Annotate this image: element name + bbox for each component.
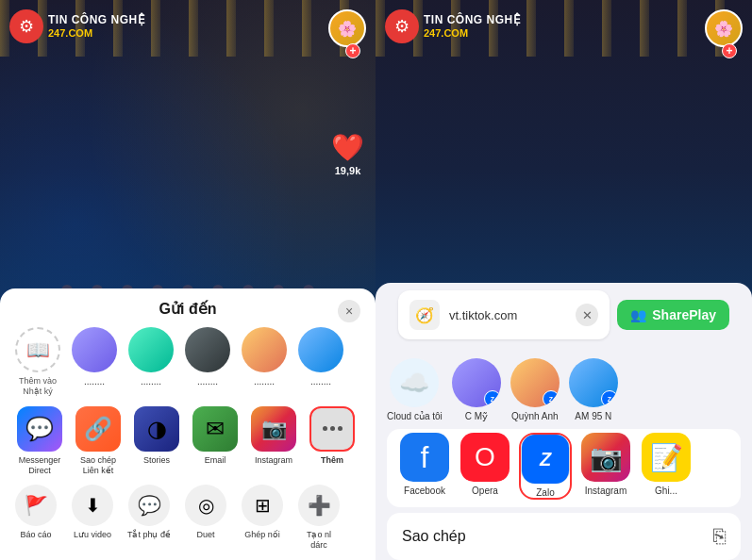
cloud-avatar: ☁️ [390, 358, 439, 407]
share-contacts-row: ☁️ Cloud của tôi Z C Mỹ Z Quỳnh Anh [376, 354, 752, 429]
zalo-badge-am: Z [601, 390, 618, 407]
action-subtitle[interactable]: 💬 Tắt phụ đề [125, 485, 174, 551]
share-contact-cloud[interactable]: ☁️ Cloud của tôi [387, 358, 443, 421]
url-close-button[interactable]: ✕ [576, 304, 598, 326]
right-logo-top: TIN CÔNG NGHỆ [424, 14, 521, 26]
shareplay-button[interactable]: 👥 SharePlay [617, 300, 729, 330]
am-avatar: Z [569, 358, 618, 407]
subtitle-icon: 💬 [128, 485, 170, 526]
share-contact-am[interactable]: Z AM 95 N [569, 358, 618, 421]
ios-share-sheet: 🧭 vt.tiktok.com ✕ 👥 SharePlay ☁️ Cloud c… [376, 283, 752, 560]
more-dots [323, 426, 343, 431]
right-avatar[interactable]: 🌸 [705, 9, 743, 47]
cmy-name: C Mỹ [465, 411, 488, 421]
follow-plus-badge[interactable]: + [345, 43, 360, 58]
app-email[interactable]: ✉ Email [191, 406, 240, 476]
right-panel: ⚙ TIN CÔNG NGHỆ 247.COM 🌸 + MANDI DANCE [376, 0, 752, 560]
right-plus-badge[interactable]: + [722, 43, 737, 58]
notes-label: Ghi... [655, 486, 677, 496]
notes-icon: 📝 [642, 433, 691, 482]
url-bar: 🧭 vt.tiktok.com ✕ [398, 290, 610, 339]
contact-5[interactable]: ........ [298, 327, 343, 397]
logo-text: TIN CÔNG NGHỆ 247.COM [48, 14, 145, 38]
action-report[interactable]: 🚩 Báo cáo [11, 485, 60, 551]
opera-label: Opera [472, 486, 498, 496]
instagram-right-label: Instagram [585, 486, 627, 496]
contact-1[interactable]: ........ [72, 327, 117, 397]
save-video-label: Lưu video [74, 530, 111, 540]
zalo-icon: Z [521, 435, 570, 484]
add-diary-icon: 📖 [15, 327, 60, 372]
cloud-name: Cloud của tôi [387, 411, 443, 421]
contacts-row: 📖 Thêm vàoNhật ký ........ ........ ....… [0, 327, 376, 406]
app-copy-link[interactable]: 🔗 Sao chépLiên kết [74, 406, 123, 476]
contact-avatar-3 [185, 327, 230, 372]
share-app-opera[interactable]: O Opera [459, 433, 511, 500]
copy-label: Sao chép [402, 528, 466, 545]
contact-name-2: ........ [141, 376, 161, 387]
add-diary-label: Thêm vàoNhật ký [19, 376, 57, 397]
zalo-badge-cmy: Z [484, 390, 501, 407]
merge-icon: ⊞ [242, 485, 283, 526]
left-panel: ⚙ TIN CÔNG NGHỆ 247.COM 🌸 + ❤️ 19,9k M [0, 0, 376, 560]
action-duet[interactable]: ◎ Duet [181, 485, 230, 551]
create-label: Tạo nldárc [307, 530, 331, 551]
action-merge[interactable]: ⊞ Ghép nối [238, 485, 287, 551]
share-contact-quynh[interactable]: Z Quỳnh Anh [510, 358, 560, 421]
right-logo: ⚙ TIN CÔNG NGHỆ 247.COM [385, 9, 521, 43]
url-actions-row: 🧭 vt.tiktok.com ✕ 👥 SharePlay [376, 283, 752, 354]
share-app-zalo[interactable]: Z Zalo [519, 433, 572, 500]
contact-avatar-5 [298, 327, 343, 372]
zalo-label: Zalo [536, 487, 554, 498]
contact-name-4: ........ [254, 376, 275, 387]
close-sheet-button[interactable]: × [338, 300, 360, 322]
contact-4[interactable]: ........ [242, 327, 287, 397]
copy-row[interactable]: Sao chép ⎘ [387, 513, 741, 560]
am-name: AM 95 N [575, 411, 611, 421]
facebook-label: Facebook [404, 486, 445, 496]
action-save-video[interactable]: ⬇ Lưu video [68, 485, 117, 551]
video-background-right: ⚙ TIN CÔNG NGHỆ 247.COM 🌸 + MANDI DANCE [376, 0, 752, 560]
report-icon: 🚩 [15, 485, 57, 526]
url-text: vt.tiktok.com [449, 308, 566, 322]
like-counter: ❤️ 19,9k [331, 132, 364, 176]
compass-icon: 🧭 [409, 300, 440, 330]
send-to-sheet: Gửi đến × 📖 Thêm vàoNhật ký ........ ...… [0, 288, 376, 560]
share-app-notes[interactable]: 📝 Ghi... [640, 433, 693, 500]
sheet-header: Gửi đến × [0, 300, 376, 327]
share-app-instagram[interactable]: 📷 Instagram [579, 433, 632, 500]
shareplay-icon: 👥 [630, 307, 646, 322]
contact-2[interactable]: ........ [128, 327, 174, 397]
app-instagram[interactable]: 📷 Instagram [249, 406, 298, 476]
action-create[interactable]: ➕ Tạo nldárc [294, 485, 343, 551]
contact-name-5: ........ [310, 376, 331, 387]
share-apps-row: f Facebook O Opera Z Zalo 📷 Instagram [387, 429, 741, 507]
quynh-name: Quỳnh Anh [511, 411, 558, 421]
copy-link-icon: 🔗 [75, 406, 121, 452]
stories-icon: ◑ [134, 406, 179, 452]
apps-row: 💬 MessengerDirect 🔗 Sao chépLiên kết ◑ S… [0, 406, 376, 486]
app-more[interactable]: Thêm [308, 406, 357, 476]
quynh-avatar: Z [510, 358, 560, 407]
contact-avatar-2 [128, 327, 174, 372]
logo: ⚙ TIN CÔNG NGHỆ 247.COM [9, 9, 145, 43]
gear-icon: ⚙ [9, 9, 43, 43]
share-app-facebook[interactable]: f Facebook [398, 433, 451, 500]
avatar-top-right[interactable]: 🌸 [328, 9, 366, 47]
app-stories[interactable]: ◑ Stories [132, 406, 181, 476]
contact-3[interactable]: ........ [185, 327, 230, 397]
merge-label: Ghép nối [244, 530, 280, 540]
zalo-inner: Z [522, 435, 569, 484]
save-video-icon: ⬇ [72, 485, 113, 526]
add-to-diary[interactable]: 📖 Thêm vàoNhật ký [15, 327, 60, 397]
share-contact-cmy[interactable]: Z C Mỹ [452, 358, 501, 421]
app-messenger[interactable]: 💬 MessengerDirect [15, 406, 64, 476]
heart-icon[interactable]: ❤️ [331, 132, 364, 163]
create-icon: ➕ [298, 485, 340, 526]
report-label: Báo cáo [20, 530, 51, 540]
right-gear-icon: ⚙ [385, 9, 419, 43]
copy-link-label: Sao chépLiên kết [80, 455, 116, 476]
email-icon: ✉ [192, 406, 238, 452]
video-background-left: ⚙ TIN CÔNG NGHỆ 247.COM 🌸 + ❤️ 19,9k M [0, 0, 376, 560]
more-icon [309, 406, 355, 452]
